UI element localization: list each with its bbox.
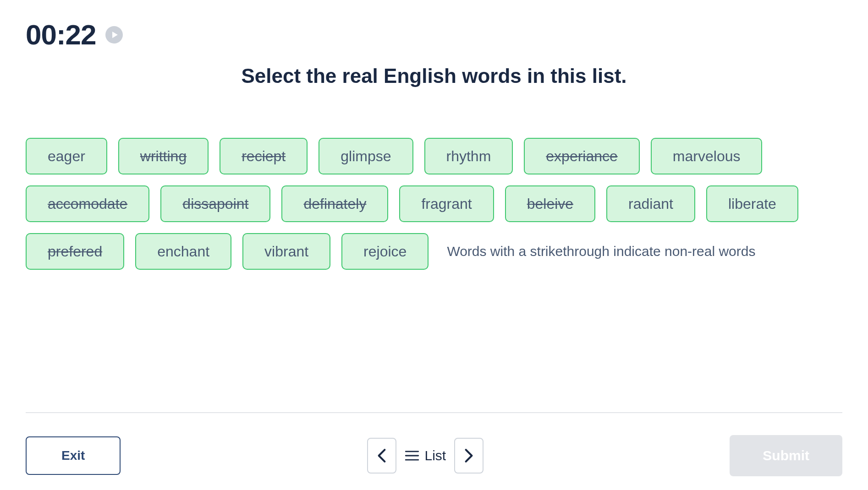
list-label: List [425,448,446,463]
exit-button[interactable]: Exit [26,436,121,475]
word-option[interactable]: definately [281,185,388,222]
divider [26,412,842,413]
next-button[interactable] [454,438,483,474]
prev-button[interactable] [367,438,396,474]
hint-text: Words with a strikethrough indicate non-… [447,244,755,259]
word-option[interactable]: accomodate [26,185,149,222]
word-option[interactable]: rhythm [424,138,513,174]
list-button[interactable]: List [405,448,446,463]
word-option[interactable]: dissapoint [160,185,270,222]
nav-center: List [367,438,484,474]
word-option[interactable]: liberate [706,185,798,222]
footer: Exit List [0,412,868,476]
word-option[interactable]: writting [118,138,209,174]
word-option[interactable]: vibrant [242,233,330,270]
footer-row: Exit List [26,435,842,476]
list-icon [405,450,419,462]
word-option[interactable]: beleive [505,185,595,222]
word-option[interactable]: radiant [606,185,695,222]
word-option[interactable]: fragrant [399,185,494,222]
timer-row: 00:22 [26,18,842,51]
quiz-container: 00:22 Select the real English words in t… [0,0,868,490]
word-option[interactable]: reciept [220,138,308,174]
words-area: eagerwrittingrecieptglimpserhythmexperia… [26,138,842,270]
word-option[interactable]: eager [26,138,107,174]
instruction-text: Select the real English words in this li… [26,65,842,87]
word-option[interactable]: prefered [26,233,124,270]
word-option[interactable]: glimpse [319,138,413,174]
word-option[interactable]: rejoice [341,233,429,270]
submit-button[interactable]: Submit [730,435,842,476]
word-option[interactable]: enchant [135,233,231,270]
word-option[interactable]: marvelous [651,138,763,174]
word-option[interactable]: experiance [524,138,640,174]
timer-value: 00:22 [26,18,96,51]
play-icon[interactable] [105,26,123,44]
